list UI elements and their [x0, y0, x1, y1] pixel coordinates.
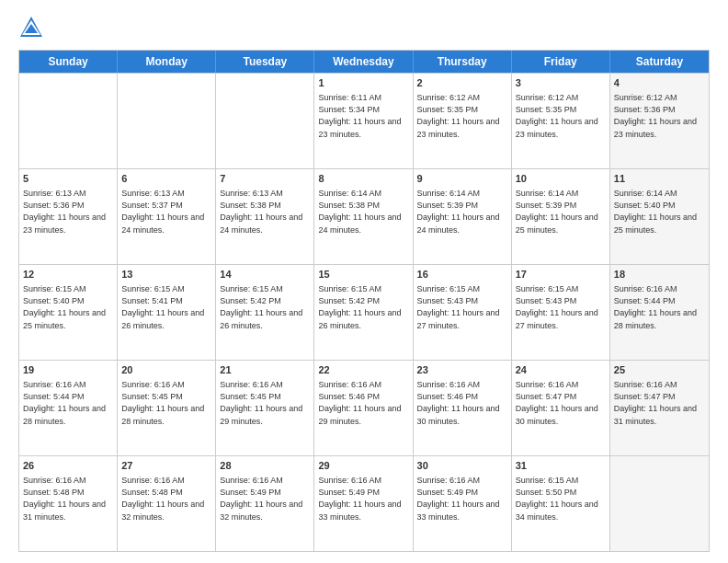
- calendar-cell-empty-0-2: [216, 74, 314, 168]
- weekday-header-wednesday: Wednesday: [314, 51, 413, 73]
- calendar-row-2: 12Sunrise: 6:15 AM Sunset: 5:40 PM Dayli…: [19, 264, 709, 360]
- calendar-cell-15: 15Sunrise: 6:15 AM Sunset: 5:42 PM Dayli…: [314, 265, 413, 360]
- day-info: Sunrise: 6:14 AM Sunset: 5:38 PM Dayligh…: [318, 188, 408, 236]
- calendar-cell-empty-4-6: [610, 456, 709, 551]
- day-number: 13: [121, 268, 211, 282]
- calendar-row-1: 5Sunrise: 6:13 AM Sunset: 5:36 PM Daylig…: [19, 168, 709, 264]
- calendar-cell-11: 11Sunrise: 6:14 AM Sunset: 5:40 PM Dayli…: [610, 169, 709, 264]
- day-info: Sunrise: 6:16 AM Sunset: 5:47 PM Dayligh…: [614, 379, 705, 427]
- weekday-header-thursday: Thursday: [414, 51, 512, 73]
- calendar-cell-24: 24Sunrise: 6:16 AM Sunset: 5:47 PM Dayli…: [512, 361, 610, 455]
- day-number: 30: [417, 459, 507, 473]
- day-number: 12: [23, 268, 113, 282]
- day-info: Sunrise: 6:16 AM Sunset: 5:46 PM Dayligh…: [417, 379, 507, 427]
- day-number: 24: [516, 363, 606, 377]
- calendar-cell-6: 6Sunrise: 6:13 AM Sunset: 5:37 PM Daylig…: [118, 169, 216, 264]
- weekday-header-monday: Monday: [118, 51, 216, 73]
- day-number: 25: [614, 363, 705, 377]
- day-number: 9: [417, 172, 507, 186]
- day-number: 16: [417, 268, 507, 282]
- day-info: Sunrise: 6:15 AM Sunset: 5:43 PM Dayligh…: [516, 283, 606, 331]
- calendar-cell-7: 7Sunrise: 6:13 AM Sunset: 5:38 PM Daylig…: [216, 169, 314, 264]
- calendar-cell-17: 17Sunrise: 6:15 AM Sunset: 5:43 PM Dayli…: [512, 265, 610, 360]
- calendar-cell-18: 18Sunrise: 6:16 AM Sunset: 5:44 PM Dayli…: [610, 265, 709, 360]
- day-info: Sunrise: 6:15 AM Sunset: 5:43 PM Dayligh…: [417, 283, 507, 331]
- day-info: Sunrise: 6:15 AM Sunset: 5:50 PM Dayligh…: [516, 475, 606, 523]
- day-number: 20: [121, 363, 211, 377]
- day-info: Sunrise: 6:13 AM Sunset: 5:38 PM Dayligh…: [220, 188, 310, 236]
- calendar-cell-21: 21Sunrise: 6:16 AM Sunset: 5:45 PM Dayli…: [216, 361, 314, 455]
- day-number: 23: [417, 363, 507, 377]
- day-info: Sunrise: 6:16 AM Sunset: 5:49 PM Dayligh…: [220, 475, 310, 523]
- calendar-cell-9: 9Sunrise: 6:14 AM Sunset: 5:39 PM Daylig…: [414, 169, 512, 264]
- day-info: Sunrise: 6:14 AM Sunset: 5:39 PM Dayligh…: [417, 188, 507, 236]
- calendar-cell-empty-0-0: [19, 74, 118, 168]
- calendar-row-4: 26Sunrise: 6:16 AM Sunset: 5:48 PM Dayli…: [19, 455, 709, 551]
- day-number: 26: [23, 459, 113, 473]
- day-info: Sunrise: 6:12 AM Sunset: 5:35 PM Dayligh…: [516, 92, 606, 140]
- day-number: 1: [318, 76, 408, 90]
- calendar-cell-14: 14Sunrise: 6:15 AM Sunset: 5:42 PM Dayli…: [216, 265, 314, 360]
- calendar-cell-31: 31Sunrise: 6:15 AM Sunset: 5:50 PM Dayli…: [512, 456, 610, 551]
- weekday-header-saturday: Saturday: [610, 51, 709, 73]
- day-info: Sunrise: 6:13 AM Sunset: 5:37 PM Dayligh…: [121, 188, 211, 236]
- calendar-body: 1Sunrise: 6:11 AM Sunset: 5:34 PM Daylig…: [19, 73, 709, 551]
- calendar-cell-10: 10Sunrise: 6:14 AM Sunset: 5:39 PM Dayli…: [512, 169, 610, 264]
- header: [18, 15, 710, 40]
- day-number: 27: [121, 459, 211, 473]
- calendar-cell-20: 20Sunrise: 6:16 AM Sunset: 5:45 PM Dayli…: [118, 361, 216, 455]
- calendar: SundayMondayTuesdayWednesdayThursdayFrid…: [18, 50, 710, 552]
- weekday-header-tuesday: Tuesday: [216, 51, 314, 73]
- day-number: 31: [516, 459, 606, 473]
- logo: [18, 15, 48, 40]
- day-number: 19: [23, 363, 113, 377]
- day-info: Sunrise: 6:15 AM Sunset: 5:42 PM Dayligh…: [220, 283, 310, 331]
- calendar-cell-5: 5Sunrise: 6:13 AM Sunset: 5:36 PM Daylig…: [19, 169, 118, 264]
- calendar-cell-2: 2Sunrise: 6:12 AM Sunset: 5:35 PM Daylig…: [414, 74, 512, 168]
- day-info: Sunrise: 6:16 AM Sunset: 5:49 PM Dayligh…: [417, 475, 507, 523]
- day-info: Sunrise: 6:11 AM Sunset: 5:34 PM Dayligh…: [318, 92, 408, 140]
- day-number: 14: [220, 268, 310, 282]
- day-number: 15: [318, 268, 408, 282]
- calendar-cell-13: 13Sunrise: 6:15 AM Sunset: 5:41 PM Dayli…: [118, 265, 216, 360]
- day-number: 3: [516, 76, 606, 90]
- calendar-cell-12: 12Sunrise: 6:15 AM Sunset: 5:40 PM Dayli…: [19, 265, 118, 360]
- day-info: Sunrise: 6:16 AM Sunset: 5:44 PM Dayligh…: [614, 283, 705, 331]
- day-info: Sunrise: 6:16 AM Sunset: 5:47 PM Dayligh…: [516, 379, 606, 427]
- day-number: 7: [220, 172, 310, 186]
- day-number: 28: [220, 459, 310, 473]
- day-number: 5: [23, 172, 113, 186]
- calendar-cell-30: 30Sunrise: 6:16 AM Sunset: 5:49 PM Dayli…: [414, 456, 512, 551]
- day-info: Sunrise: 6:12 AM Sunset: 5:35 PM Dayligh…: [417, 92, 507, 140]
- day-info: Sunrise: 6:16 AM Sunset: 5:46 PM Dayligh…: [318, 379, 408, 427]
- calendar-cell-8: 8Sunrise: 6:14 AM Sunset: 5:38 PM Daylig…: [314, 169, 413, 264]
- calendar-cell-27: 27Sunrise: 6:16 AM Sunset: 5:48 PM Dayli…: [118, 456, 216, 551]
- logo-icon: [18, 15, 44, 40]
- day-number: 10: [516, 172, 606, 186]
- calendar-cell-29: 29Sunrise: 6:16 AM Sunset: 5:49 PM Dayli…: [314, 456, 413, 551]
- day-number: 8: [318, 172, 408, 186]
- calendar-cell-4: 4Sunrise: 6:12 AM Sunset: 5:36 PM Daylig…: [610, 74, 709, 168]
- day-info: Sunrise: 6:14 AM Sunset: 5:40 PM Dayligh…: [614, 188, 705, 236]
- calendar-cell-19: 19Sunrise: 6:16 AM Sunset: 5:44 PM Dayli…: [19, 361, 118, 455]
- calendar-cell-1: 1Sunrise: 6:11 AM Sunset: 5:34 PM Daylig…: [314, 74, 413, 168]
- day-number: 29: [318, 459, 408, 473]
- calendar-row-3: 19Sunrise: 6:16 AM Sunset: 5:44 PM Dayli…: [19, 360, 709, 455]
- calendar-cell-3: 3Sunrise: 6:12 AM Sunset: 5:35 PM Daylig…: [512, 74, 610, 168]
- day-info: Sunrise: 6:16 AM Sunset: 5:48 PM Dayligh…: [23, 475, 113, 523]
- page: SundayMondayTuesdayWednesdayThursdayFrid…: [0, 0, 728, 563]
- day-info: Sunrise: 6:16 AM Sunset: 5:48 PM Dayligh…: [121, 475, 211, 523]
- day-info: Sunrise: 6:16 AM Sunset: 5:45 PM Dayligh…: [220, 379, 310, 427]
- day-info: Sunrise: 6:14 AM Sunset: 5:39 PM Dayligh…: [516, 188, 606, 236]
- calendar-header: SundayMondayTuesdayWednesdayThursdayFrid…: [19, 51, 709, 73]
- day-number: 18: [614, 268, 705, 282]
- day-number: 22: [318, 363, 408, 377]
- day-number: 2: [417, 76, 507, 90]
- calendar-cell-23: 23Sunrise: 6:16 AM Sunset: 5:46 PM Dayli…: [414, 361, 512, 455]
- day-number: 4: [614, 76, 705, 90]
- day-info: Sunrise: 6:16 AM Sunset: 5:45 PM Dayligh…: [121, 379, 211, 427]
- day-info: Sunrise: 6:16 AM Sunset: 5:49 PM Dayligh…: [318, 475, 408, 523]
- day-info: Sunrise: 6:16 AM Sunset: 5:44 PM Dayligh…: [23, 379, 113, 427]
- calendar-cell-16: 16Sunrise: 6:15 AM Sunset: 5:43 PM Dayli…: [414, 265, 512, 360]
- day-number: 21: [220, 363, 310, 377]
